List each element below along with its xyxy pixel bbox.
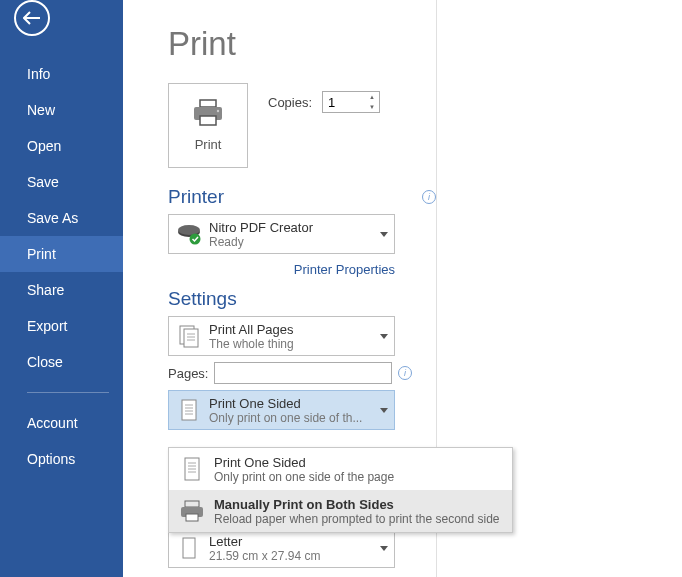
svg-point-6	[190, 234, 201, 245]
sides-sub: Only print on one side of th...	[209, 411, 374, 425]
svg-point-3	[217, 110, 219, 112]
sidebar-item-info[interactable]: Info	[0, 56, 123, 92]
paper-sub: 21.59 cm x 27.94 cm	[209, 549, 374, 563]
info-icon[interactable]: i	[422, 190, 436, 204]
sides-dropdown-menu: Print One Sided Only print on one side o…	[168, 447, 513, 533]
sidebar-item-save-as[interactable]: Save As	[0, 200, 123, 236]
svg-rect-2	[200, 116, 216, 125]
print-button-label: Print	[195, 137, 222, 152]
sidebar-item-save[interactable]: Save	[0, 164, 123, 200]
sidebar-item-account[interactable]: Account	[0, 405, 123, 441]
printer-properties-link[interactable]: Printer Properties	[294, 262, 395, 277]
sidebar-item-open[interactable]: Open	[0, 128, 123, 164]
back-arrow-icon	[23, 11, 41, 25]
print-range-dropdown[interactable]: Print All Pages The whole thing	[168, 316, 395, 356]
svg-rect-12	[182, 400, 196, 420]
page-icon	[180, 536, 198, 560]
printer-status: Ready	[209, 235, 374, 249]
chevron-down-icon	[380, 334, 388, 339]
backstage-sidebar: InfoNewOpenSaveSave AsPrintShareExportCl…	[0, 0, 123, 577]
sidebar-item-options[interactable]: Options	[0, 441, 123, 477]
paper-size-dropdown[interactable]: Letter 21.59 cm x 27.94 cm	[168, 528, 395, 568]
sides-option-one-sided[interactable]: Print One Sided Only print on one side o…	[169, 448, 512, 490]
back-button[interactable]	[14, 0, 50, 36]
printer-icon	[191, 99, 225, 127]
both-sides-icon	[178, 499, 206, 523]
svg-rect-8	[184, 329, 198, 347]
option-sub: Reload paper when prompted to print the …	[214, 512, 500, 526]
copies-spinner[interactable]: ▲ ▼	[365, 92, 379, 112]
option-sub: Only print on one side of the page	[214, 470, 394, 484]
printer-dropdown[interactable]: Nitro PDF Creator Ready	[168, 214, 395, 254]
svg-rect-23	[185, 501, 199, 507]
option-title: Print One Sided	[214, 455, 394, 470]
settings-heading: Settings	[168, 288, 237, 310]
pages-label: Pages:	[168, 366, 208, 381]
one-sided-icon	[180, 398, 198, 422]
page-title: Print	[168, 25, 436, 63]
one-sided-icon	[181, 455, 203, 483]
print-button[interactable]: Print	[168, 83, 248, 168]
print-range-sub: The whole thing	[209, 337, 374, 351]
info-icon[interactable]: i	[398, 366, 412, 380]
sidebar-item-share[interactable]: Share	[0, 272, 123, 308]
spinner-up-icon[interactable]: ▲	[365, 92, 379, 102]
sides-option-manual-duplex[interactable]: Manually Print on Both Sides Reload pape…	[169, 490, 512, 532]
chevron-down-icon	[380, 232, 388, 237]
pages-input[interactable]	[214, 362, 392, 384]
svg-rect-25	[186, 514, 198, 521]
copies-label: Copies:	[268, 95, 312, 110]
chevron-down-icon	[380, 546, 388, 551]
sides-dropdown[interactable]: Print One Sided Only print on one side o…	[168, 390, 395, 430]
svg-rect-0	[200, 100, 216, 107]
sidebar-item-print[interactable]: Print	[0, 236, 123, 272]
sidebar-separator	[27, 392, 109, 393]
printer-heading: Printer	[168, 186, 224, 208]
paper-title: Letter	[209, 534, 374, 549]
printer-ready-icon	[176, 223, 202, 245]
sidebar-item-new[interactable]: New	[0, 92, 123, 128]
spinner-down-icon[interactable]: ▼	[365, 102, 379, 112]
chevron-down-icon	[380, 408, 388, 413]
pages-icon	[178, 324, 200, 348]
sides-title: Print One Sided	[209, 396, 374, 411]
printer-name: Nitro PDF Creator	[209, 220, 374, 235]
svg-point-5	[178, 225, 200, 235]
sidebar-item-close[interactable]: Close	[0, 344, 123, 380]
print-range-title: Print All Pages	[209, 322, 374, 337]
sidebar-item-export[interactable]: Export	[0, 308, 123, 344]
option-title: Manually Print on Both Sides	[214, 497, 500, 512]
svg-rect-17	[183, 538, 195, 558]
